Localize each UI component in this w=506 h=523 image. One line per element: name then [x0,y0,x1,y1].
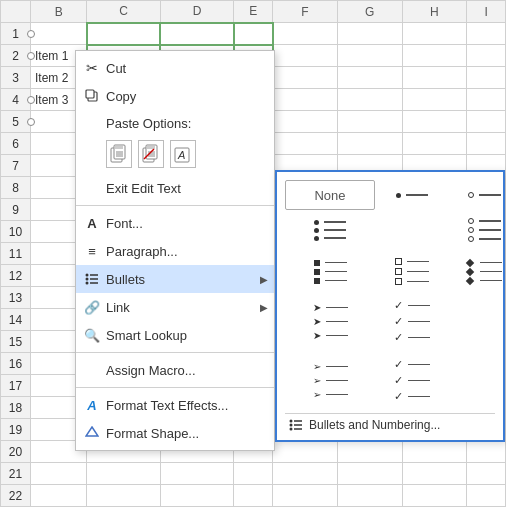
bullets-menu-item[interactable]: Bullets ▶ [76,265,274,293]
format-shape-menu-item[interactable]: Format Shape... [76,419,274,447]
svg-rect-10 [147,146,155,149]
text-effects-icon: A [82,395,102,415]
context-menu: ✂ Cut Copy Paste Options: [75,50,275,451]
assign-macro-menu-item[interactable]: Assign Macro... [76,356,274,384]
cell-h2[interactable] [402,45,467,67]
cell-h1[interactable] [402,23,467,45]
paste-icon-3[interactable]: A [170,140,196,168]
bullet-empty-square[interactable] [377,252,447,291]
bullet-check-2[interactable]: ✓ ✓ ✓ [377,352,447,409]
row-num: 1 [1,23,31,45]
cell-e1[interactable] [234,23,273,45]
paste-options-text: Paste Options: [106,116,191,131]
separator-3 [76,387,274,388]
col-header-b[interactable]: B [31,1,87,23]
bullet-check[interactable]: ✓ ✓ ✓ [377,293,447,350]
col-header-d[interactable]: D [160,1,233,23]
item1-text: Item 1 [35,49,68,63]
cell-d1[interactable] [160,23,233,45]
smart-lookup-icon: 🔍 [82,325,102,345]
cell-f4[interactable] [273,89,338,111]
row-num: 3 [1,67,31,89]
svg-point-24 [290,420,293,423]
paste-icon-2[interactable] [138,140,164,168]
font-menu-item[interactable]: A Font... [76,209,274,237]
cell-g1[interactable] [337,23,402,45]
separator-2 [76,352,274,353]
cell-g4[interactable] [337,89,402,111]
col-header-f[interactable]: F [273,1,338,23]
cell-i1[interactable] [467,23,506,45]
cell-c1[interactable] [87,23,160,45]
paste-icon-1[interactable] [106,140,132,168]
smart-lookup-menu-item[interactable]: 🔍 Smart Lookup [76,321,274,349]
col-header-c[interactable]: C [87,1,160,23]
cell-g3[interactable] [337,67,402,89]
assign-macro-icon [82,360,102,380]
cut-label: Cut [106,61,126,76]
cell-f3[interactable] [273,67,338,89]
bullet-filled-square[interactable] [285,252,375,291]
col-header-g[interactable]: G [337,1,402,23]
copy-menu-item[interactable]: Copy [76,82,274,110]
link-label: Link [106,300,130,315]
bullet-arrow-2[interactable]: ➢ ➢ ➢ [285,352,375,409]
cell-i5[interactable] [467,111,506,133]
row-num: 2 [1,45,31,67]
cell-f5[interactable] [273,111,338,133]
bullet-filled-dot-2[interactable] [285,212,375,248]
format-text-effects-menu-item[interactable]: A Format Text Effects... [76,391,274,419]
paragraph-menu-item[interactable]: ≡ Paragraph... [76,237,274,265]
bullet-diamond-col[interactable] [449,252,506,291]
cell-g2[interactable] [337,45,402,67]
paragraph-label: Paragraph... [106,244,178,259]
font-icon: A [82,213,102,233]
exit-edit-label: Exit Edit Text [106,181,181,196]
cell-i2[interactable] [467,45,506,67]
none-label: None [314,188,345,203]
row-num: 4 [1,89,31,111]
font-label: Font... [106,216,143,231]
row-num: 5 [1,111,31,133]
paragraph-icon: ≡ [82,241,102,261]
bullet-circle-col[interactable] [449,212,506,248]
cell-f1[interactable] [273,23,338,45]
cell-b1[interactable] [31,23,87,45]
paste-options-label: Paste Options: [76,110,274,134]
cell-h3[interactable] [402,67,467,89]
format-shape-icon [82,423,102,443]
format-shape-label: Format Shape... [106,426,199,441]
bullets-and-numbering-button[interactable]: Bullets and Numbering... [285,413,495,432]
cell-h4[interactable] [402,89,467,111]
bullets-and-numbering-label: Bullets and Numbering... [309,418,440,432]
cell-i3[interactable] [467,67,506,89]
svg-rect-4 [115,146,123,149]
bullet-none[interactable]: None [285,180,375,210]
item3-text: Item 3 [35,93,68,107]
cell-i4[interactable] [467,89,506,111]
bullet-empty-4 [449,352,506,409]
col-header-e[interactable]: E [234,1,273,23]
cell-f2[interactable] [273,45,338,67]
copy-icon [82,86,102,106]
bullet-circle-dot[interactable] [449,180,506,210]
copy-label: Copy [106,89,136,104]
table-row: 22 [1,485,506,507]
col-header-h[interactable]: H [402,1,467,23]
link-menu-item[interactable]: 🔗 Link ▶ [76,293,274,321]
item2-text: Item 2 [35,71,68,85]
col-header-i[interactable]: I [467,1,506,23]
bullet-arrow-1[interactable]: ➤ ➤ ➤ [285,293,375,350]
svg-text:A: A [177,149,185,161]
corner-header [1,1,31,23]
bullets-arrow-icon: ▶ [260,274,268,285]
cut-menu-item[interactable]: ✂ Cut [76,54,274,82]
table-row: 21 [1,463,506,485]
cell-g5[interactable] [337,111,402,133]
table-row: 1 [1,23,506,45]
bullets-label: Bullets [106,272,145,287]
exit-edit-text-menu-item[interactable]: Exit Edit Text [76,174,274,202]
cell-h5[interactable] [402,111,467,133]
bullet-filled-dot[interactable] [377,180,447,210]
bullet-empty-col [377,212,447,248]
